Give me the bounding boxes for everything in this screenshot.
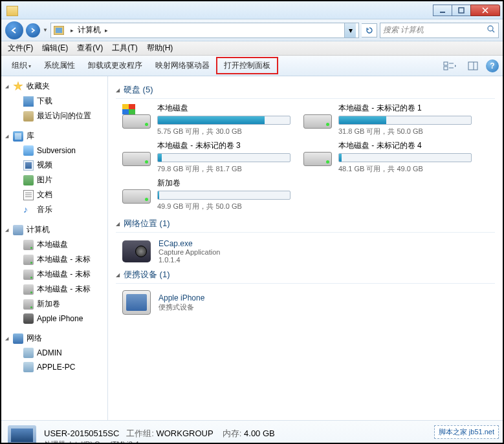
uninstall-button[interactable]: 卸载或更改程序: [82, 58, 149, 74]
details-pane: USER-20150515SC 工作组: WORKGROUP 内存: 4.00 …: [1, 420, 503, 444]
drive-icon: [23, 299, 34, 310]
organize-button[interactable]: 组织: [5, 58, 38, 74]
svg-rect-4: [444, 62, 448, 65]
svg-point-2: [488, 26, 493, 31]
sidebar-item-videos[interactable]: 视频: [1, 158, 107, 173]
drive-name: 新加卷: [157, 178, 290, 189]
drive-free-text: 5.75 GB 可用，共 30.0 GB: [157, 127, 290, 136]
menu-edit[interactable]: 编辑(E): [38, 41, 72, 55]
sidebar-item-iphone[interactable]: Apple iPhone: [1, 312, 107, 326]
preview-pane-button[interactable]: [463, 59, 483, 73]
drive-free-text: 48.1 GB 可用，共 49.0 GB: [338, 164, 472, 174]
pc-icon: [23, 362, 34, 372]
computer-icon: [54, 26, 64, 35]
help-button[interactable]: ?: [486, 59, 499, 72]
control-panel-button[interactable]: 打开控制面板: [216, 57, 278, 74]
breadcrumb-sep-icon[interactable]: ▸: [102, 27, 111, 34]
recent-icon: [23, 111, 34, 122]
sidebar-item-drive[interactable]: 新加卷: [1, 297, 107, 312]
details-mem: 4.00 GB: [244, 428, 275, 438]
svg-rect-0: [440, 12, 445, 13]
sidebar-item-music[interactable]: ♪音乐: [1, 202, 107, 217]
drive-name: 本地磁盘: [157, 103, 290, 114]
refresh-button[interactable]: [362, 23, 377, 37]
sidebar-item-documents[interactable]: 文档: [1, 187, 107, 202]
sidebar-item-drive[interactable]: 本地磁盘: [1, 237, 107, 252]
back-button[interactable]: [5, 21, 23, 39]
category-portable[interactable]: 便携设备 (1): [116, 266, 495, 284]
drive-usage-bar: [157, 153, 290, 162]
category-drives[interactable]: 硬盘 (5): [116, 81, 495, 99]
sidebar-item-downloads[interactable]: 下载: [1, 94, 107, 109]
download-icon: [23, 96, 34, 107]
drive-usage-bar: [338, 153, 472, 162]
drive-item[interactable]: 本地磁盘 - 未标记的卷 379.8 GB 可用，共 81.7 GB: [122, 140, 290, 174]
svg-rect-5: [444, 67, 448, 70]
drive-name: 本地磁盘 - 未标记的卷 3: [157, 140, 290, 151]
sidebar-item-pictures[interactable]: 图片: [1, 173, 107, 187]
close-button[interactable]: [470, 5, 500, 16]
system-properties-button[interactable]: 系统属性: [38, 58, 82, 74]
camera-icon: [122, 240, 151, 262]
menu-view[interactable]: 查看(V): [73, 41, 107, 55]
minimize-button[interactable]: [433, 5, 452, 16]
music-icon: ♪: [23, 205, 34, 215]
details-name: USER-20150515SC: [44, 428, 119, 438]
details-cpu-label: 处理器:: [44, 440, 67, 445]
sidebar-favorites-header[interactable]: 收藏夹: [1, 79, 107, 94]
drive-free-text: 79.8 GB 可用，共 81.7 GB: [157, 164, 290, 174]
netloc-sub: Capture Application: [159, 248, 220, 256]
sidebar-item-drive[interactable]: 本地磁盘 - 未标: [1, 267, 107, 282]
history-dropdown[interactable]: ▼: [43, 27, 48, 33]
category-network-location[interactable]: 网络位置 (1): [116, 215, 495, 233]
picture-icon: [23, 175, 34, 185]
document-icon: [23, 190, 34, 200]
breadcrumb-sep-icon[interactable]: ▸: [68, 27, 76, 34]
pc-icon: [23, 348, 34, 358]
drive-item[interactable]: 本地磁盘5.75 GB 可用，共 30.0 GB: [122, 103, 290, 136]
breadcrumb[interactable]: ▸ 计算机 ▸ ▾: [50, 23, 359, 38]
search-input[interactable]: 搜索 计算机: [380, 23, 499, 38]
menu-file[interactable]: 文件(F): [4, 41, 37, 55]
sidebar-item-recent[interactable]: 最近访问的位置: [1, 109, 107, 123]
forward-button[interactable]: [26, 23, 40, 37]
drive-icon: [303, 103, 332, 129]
menu-tools[interactable]: 工具(T): [108, 41, 141, 55]
breadcrumb-dropdown[interactable]: ▾: [344, 23, 356, 37]
sidebar-libraries-header[interactable]: 库: [1, 129, 107, 143]
drive-item[interactable]: 本地磁盘 - 未标记的卷 131.8 GB 可用，共 50.0 GB: [303, 103, 472, 136]
netloc-name: ECap.exe: [159, 239, 220, 248]
library-icon: [13, 131, 23, 142]
drive-item[interactable]: 新加卷49.9 GB 可用，共 50.0 GB: [122, 178, 290, 211]
search-icon: [487, 25, 496, 36]
portable-item[interactable]: Apple iPhone 便携式设备: [122, 288, 495, 317]
sidebar-item-network-pc[interactable]: APPLE-PC: [1, 360, 107, 374]
maximize-button[interactable]: [452, 5, 471, 16]
sidebar-item-subversion[interactable]: Subversion: [1, 143, 107, 158]
svg-rect-8: [468, 62, 477, 70]
drive-free-text: 49.9 GB 可用，共 50.0 GB: [157, 202, 290, 211]
sidebar-item-drive[interactable]: 本地磁盘 - 未标: [1, 282, 107, 297]
toolbar: 组织 系统属性 卸载或更改程序 映射网络驱动器 打开控制面板 ?: [1, 56, 503, 76]
menu-help[interactable]: 帮助(H): [143, 41, 177, 55]
portable-name: Apple iPhone: [159, 293, 204, 302]
map-network-button[interactable]: 映射网络驱动器: [149, 58, 216, 74]
device-icon: [122, 290, 151, 315]
sidebar-network-header[interactable]: 网络: [1, 331, 107, 346]
view-mode-button[interactable]: [439, 59, 460, 73]
netloc-item[interactable]: ECap.exe Capture Application 1.0.1.4: [122, 237, 495, 266]
title-bar: [1, 1, 503, 19]
sidebar-item-drive[interactable]: 本地磁盘 - 未标: [1, 252, 107, 267]
breadcrumb-root[interactable]: 计算机: [78, 25, 101, 36]
drive-item[interactable]: 本地磁盘 - 未标记的卷 448.1 GB 可用，共 49.0 GB: [303, 140, 472, 174]
watermark: 脚本之家 jb51.net: [434, 425, 499, 439]
computer-icon: [13, 225, 23, 235]
drive-icon: [122, 178, 151, 204]
drive-icon: [303, 140, 332, 166]
sidebar-computer-header[interactable]: 计算机: [1, 222, 107, 237]
drive-name: 本地磁盘 - 未标记的卷 1: [338, 103, 472, 114]
drive-icon: [23, 270, 34, 280]
netloc-ver: 1.0.1.4: [159, 256, 220, 264]
drive-name: 本地磁盘 - 未标记的卷 4: [338, 140, 472, 151]
sidebar-item-network-pc[interactable]: ADMIN: [1, 346, 107, 360]
